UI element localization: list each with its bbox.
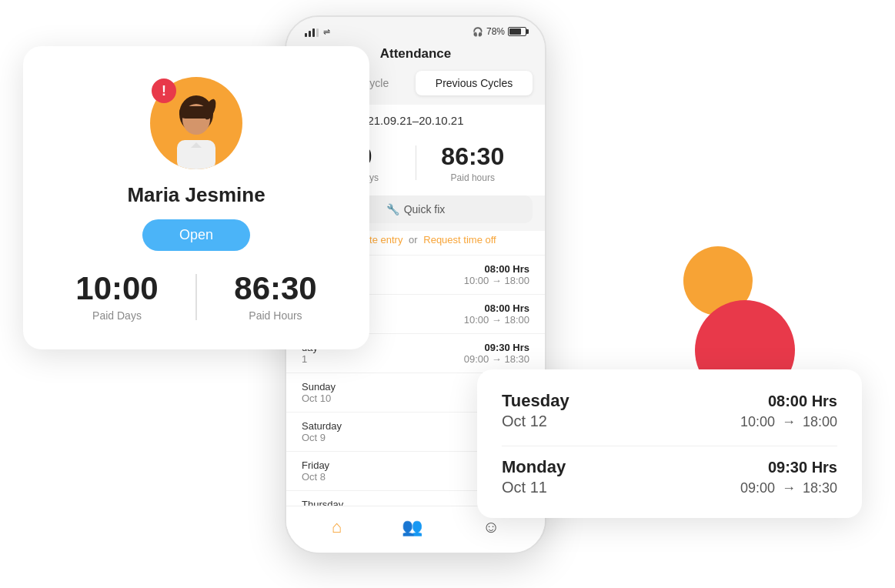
sched-hours-info: 08:00 Hrs 10:00 → 18:00 (464, 302, 529, 326)
avatar-image (162, 92, 231, 169)
nav-home-icon[interactable]: ⌂ (332, 517, 342, 537)
nav-team-icon[interactable]: 👥 (402, 517, 422, 537)
signal-bar-1 (305, 33, 307, 37)
sched-hours: 09:30 Hrs (464, 342, 529, 353)
sched-day-date: Oct 8 (302, 471, 329, 483)
phone-status-bar: ⇌ 🎧 78% (286, 17, 545, 42)
employee-stats: 10:00 Paid Days 86:30 Paid Hours (54, 272, 339, 322)
paid-hours-label: Paid Hours (212, 309, 339, 322)
monday-date: Oct 11 (502, 479, 547, 496)
monday-day-name: Monday (502, 457, 566, 477)
battery-tip (526, 29, 529, 34)
headphone-icon: 🎧 (473, 27, 483, 37)
tuesday-arrow: → (782, 414, 796, 429)
sched-hours: 08:00 Hrs (464, 263, 529, 275)
paid-hours-value: 86:30 (212, 272, 339, 305)
sched-day-name: Friday (302, 459, 329, 471)
sched-day-info: Sunday Oct 10 (302, 381, 336, 404)
battery-status: 🎧 78% (473, 26, 526, 37)
sched-day-info: Saturday Oct 9 (302, 420, 342, 443)
sched-day-date: Oct 10 (302, 393, 336, 404)
sched-hours: 08:00 Hrs (464, 302, 529, 314)
stats-divider (195, 274, 197, 320)
monday-time-end: 18:30 (803, 480, 837, 496)
open-button[interactable]: Open (142, 219, 250, 251)
battery-icon (508, 27, 526, 36)
expanded-card: Tuesday 08:00 Hrs Oct 12 10:00 → 18:00 M… (477, 369, 862, 518)
tuesday-bottom-row: Oct 12 10:00 → 18:00 (502, 413, 837, 430)
tuesday-hours: 08:00 Hrs (768, 393, 837, 410)
monday-arrow: → (782, 480, 796, 496)
tuesday-top-row: Tuesday 08:00 Hrs (502, 391, 837, 411)
battery-pct: 78% (486, 26, 505, 37)
paid-days-value: 10:00 (54, 272, 180, 305)
sched-day-info: Friday Oct 8 (302, 459, 329, 483)
phone-paid-hours-label: Paid hours (416, 172, 530, 183)
sched-hours-info: 08:00 Hrs 10:00 → 18:00 (464, 263, 529, 286)
alert-badge: ! (152, 79, 176, 103)
employee-name: Maria Jesmine (54, 183, 339, 207)
phone-paid-hours-value: 86:30 (416, 142, 530, 171)
signal-bar-2 (309, 31, 311, 37)
monday-bottom-row: Oct 11 09:00 → 18:30 (502, 479, 837, 496)
monday-time-start: 09:00 (740, 480, 775, 496)
tuesday-day-name: Tuesday (502, 391, 569, 411)
monday-time-range: 09:00 → 18:30 (740, 480, 837, 496)
paid-days-stat: 10:00 Paid Days (54, 272, 180, 322)
card-divider (502, 446, 837, 446)
signal-bar-3 (312, 28, 315, 37)
tuesday-time-end: 18:00 (803, 414, 837, 429)
monday-top-row: Monday 09:30 Hrs (502, 457, 837, 477)
tuesday-time-range: 10:00 → 18:00 (740, 414, 837, 430)
sched-day-name: Saturday (302, 420, 342, 432)
monday-hours: 09:30 Hrs (768, 459, 837, 476)
sched-day-date: 1 (302, 353, 318, 365)
expanded-monday-item: Monday 09:30 Hrs Oct 11 09:00 → 18:30 (502, 457, 837, 496)
tuesday-date: Oct 12 (502, 413, 547, 430)
sched-day-date: Oct 9 (302, 432, 342, 443)
signal-icon: ⇌ (305, 27, 330, 37)
signal-bar-4 (316, 28, 319, 37)
sched-time: 09:00 → 18:30 (464, 353, 529, 365)
tuesday-time-start: 10:00 (740, 414, 775, 429)
quick-fix-label: Quick fix (404, 203, 446, 215)
link-separator: or (409, 234, 418, 246)
tab-previous-cycles[interactable]: Previous Cycles (416, 71, 533, 95)
request-time-off-link[interactable]: Request time off (423, 234, 496, 246)
sched-day-name: Sunday (302, 381, 336, 393)
sched-time: 10:00 → 18:00 (464, 314, 529, 326)
sched-time: 10:00 → 18:00 (464, 275, 529, 286)
expanded-tuesday-item: Tuesday 08:00 Hrs Oct 12 10:00 → 18:00 (502, 391, 837, 430)
sched-hours-info: 09:30 Hrs 09:00 → 18:30 (464, 342, 529, 365)
paid-hours-stat: 86:30 Paid Hours (212, 272, 339, 322)
wrench-icon: 🔧 (386, 203, 399, 215)
employee-card: ! Maria Jesmine Open 10:00 Paid Days 86:… (23, 46, 369, 349)
phone-paid-hours: 86:30 Paid hours (416, 142, 530, 183)
paid-days-label: Paid Days (54, 309, 180, 322)
nav-profile-icon[interactable]: ☺ (483, 517, 499, 537)
wifi-icon: ⇌ (323, 27, 330, 37)
battery-fill (509, 28, 521, 35)
avatar-wrapper: ! (150, 77, 242, 169)
